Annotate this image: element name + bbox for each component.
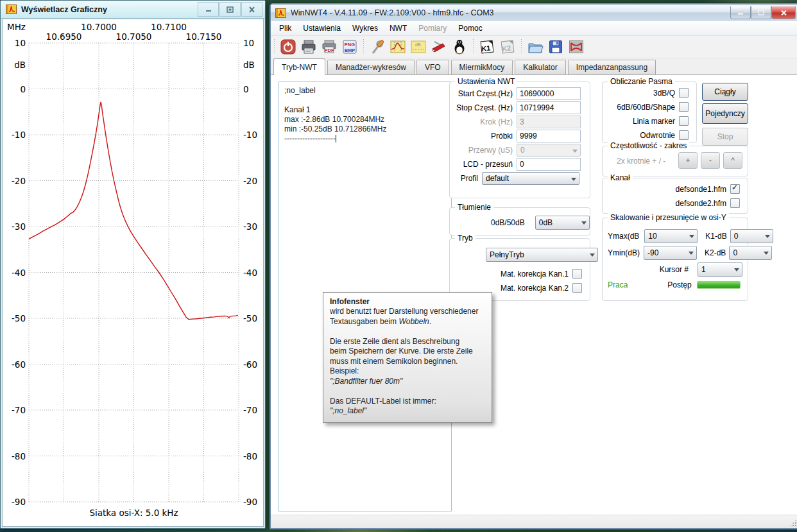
field-krok-hz-: 3 <box>517 116 581 128</box>
field-label: Przerwy (uS) <box>450 146 513 155</box>
export-image-button[interactable]: PNGBMP <box>340 37 359 56</box>
close-button[interactable] <box>241 2 262 17</box>
tools-button[interactable] <box>368 37 387 56</box>
k2-correction-button[interactable]: K2 <box>498 37 517 56</box>
tab-manad-er-wykres-w[interactable]: Manadżer-wykresów <box>327 60 415 75</box>
multitool-button[interactable] <box>429 37 449 56</box>
tooltip-line <box>330 327 485 337</box>
band-calc-checkbox-6db-60db-shape[interactable] <box>679 102 689 112</box>
ymax-select[interactable]: 10 <box>644 229 698 243</box>
svg-text:-70: -70 <box>243 405 257 415</box>
k1-correction-button[interactable]: K1 <box>477 37 497 56</box>
print-pdf-button[interactable]: PDF <box>320 37 339 56</box>
field-label: Krok (Hz) <box>450 117 513 126</box>
tab-impedanzanpassung[interactable]: Impedanzanpassung <box>568 60 656 75</box>
wobble-stop-button[interactable] <box>567 37 586 56</box>
info-text-line: max :-2.86dB 10.700284MHz <box>284 115 446 124</box>
channel-label: defsonde1.hfm <box>676 185 726 194</box>
info-text-line: min :-50.25dB 10.712866MHz <box>284 124 446 134</box>
open-folder-button[interactable] <box>526 37 545 56</box>
minimize-button[interactable] <box>730 6 751 19</box>
main-window-titlebar[interactable]: WinNWT4 - V.4.11.09 - FW:2.109:V00 - hfm… <box>271 4 797 21</box>
ymin-value: -90 <box>647 248 658 257</box>
sweep-curve-button[interactable] <box>388 37 407 56</box>
menu-ustawienia[interactable]: Ustawienia <box>297 22 347 35</box>
svg-text:-60: -60 <box>243 359 257 370</box>
maximize-button[interactable] <box>219 2 241 17</box>
svg-text:dB: dB <box>415 42 421 47</box>
group-title: Skalowanie i przesunięcie w osi-Y <box>608 213 729 222</box>
menu-plik[interactable]: Plik <box>273 22 297 35</box>
k2-select[interactable]: 0 <box>729 246 772 260</box>
svg-text:-80: -80 <box>243 451 257 461</box>
svg-text:10.7050: 10.7050 <box>116 31 152 42</box>
graph-window-titlebar[interactable]: Wyświetlacz Graficzny <box>1 1 265 19</box>
print-button[interactable] <box>299 37 318 56</box>
attenuation-select[interactable]: 0dB <box>535 216 590 230</box>
tab-miermikmocy[interactable]: MiermikMocy <box>451 60 513 75</box>
resize-grip[interactable] <box>789 519 797 527</box>
save-button[interactable] <box>546 37 565 56</box>
k2-label: K2-dB <box>705 248 726 257</box>
mode-select[interactable]: PełnyTryb <box>486 248 598 262</box>
cursor-select[interactable]: 1 <box>698 262 742 277</box>
minimize-button[interactable] <box>198 2 219 17</box>
svg-text:PNG: PNG <box>345 42 355 47</box>
field-label: Start Częst.(Hz) <box>450 89 513 98</box>
tab-bar: Tryb-NWTManadżer-wykresówVFOMiermikMocyK… <box>271 58 797 75</box>
channel-checkbox-defsonde2-hfm[interactable] <box>730 198 740 208</box>
menu-nwt[interactable]: NWT <box>384 22 413 35</box>
chevron-down-icon <box>689 252 694 255</box>
graph-plot-area[interactable]: 101000-10-10-20-20-30-30-40-40-50-50-60-… <box>2 19 264 527</box>
attenuation-label: 0dB/50dB <box>450 218 525 227</box>
field-pr-bki[interactable]: 9999 <box>517 130 581 142</box>
mode-label: Mat. korekcja Kan.1 <box>501 270 569 279</box>
penguin-button[interactable] <box>450 37 469 56</box>
mode-checkbox-mat-korekcja-kan-1[interactable] <box>572 269 582 279</box>
toolbar-separator <box>472 39 474 55</box>
tab-tryb-nwt[interactable]: Tryb-NWT <box>273 58 325 75</box>
svg-text:K1: K1 <box>481 44 491 52</box>
svg-text:10.7000: 10.7000 <box>81 22 117 32</box>
info-text-line: Kanał 1 <box>284 105 446 115</box>
svg-text:-90: -90 <box>243 497 257 507</box>
band-calc-checkbox-3db-q[interactable] <box>679 88 689 98</box>
freq-range-decrease-button[interactable]: - <box>701 152 720 169</box>
freq-range-increase-button[interactable]: + <box>678 152 698 169</box>
tooltip-title: Infofenster <box>330 297 485 306</box>
main-window-title: WinNWT4 - V.4.11.09 - FW:2.109:V00 - hfm… <box>291 8 730 17</box>
close-button[interactable] <box>771 6 796 19</box>
field-lcd-przesu-[interactable]: 0 <box>517 158 581 171</box>
mode-checkbox-mat-korekcja-kan-2[interactable] <box>572 283 582 293</box>
menu-wykres[interactable]: Wykres <box>347 22 384 35</box>
power-button[interactable] <box>279 37 298 56</box>
db-box-button[interactable]: dB <box>409 37 428 56</box>
menu-pomoc[interactable]: Pomoc <box>452 22 488 35</box>
close-icon <box>248 6 255 13</box>
field-start-cz-st-hz-[interactable]: 10690000 <box>517 87 581 100</box>
svg-text:-70: -70 <box>12 405 26 415</box>
chevron-down-icon <box>590 253 595 257</box>
tooltip-line: muss mit einem Semikolon beginnen. <box>330 357 485 367</box>
field-stop-cz-st-hz-[interactable]: 10719994 <box>517 101 581 114</box>
ci-g-y-button[interactable]: Ciągły <box>702 83 748 101</box>
band-calc-checkbox-odwrotnie[interactable] <box>679 130 689 140</box>
chevron-down-icon <box>572 150 578 153</box>
k1-select[interactable]: 0 <box>730 229 773 243</box>
group-freq-range: Częstotliwość - zakres 2x krotnie + / - … <box>602 146 748 176</box>
maximize-button[interactable] <box>751 6 771 19</box>
svg-text:Siatka osi-X: 5.0 kHz: Siatka osi-X: 5.0 kHz <box>89 508 178 518</box>
tab-vfo[interactable]: VFO <box>416 60 449 75</box>
field-label: LCD - przesuń <box>450 160 513 169</box>
field-profil[interactable]: default <box>482 172 579 185</box>
sweep-curve-icon <box>390 39 406 55</box>
tooltip-line <box>330 386 485 397</box>
band-calc-checkbox-linia-marker[interactable] <box>679 116 689 126</box>
tab-kalkulator[interactable]: Kalkulator <box>515 60 565 75</box>
ymax-value: 10 <box>648 232 656 241</box>
status-bar <box>271 515 797 528</box>
channel-checkbox-defsonde1-hfm[interactable] <box>730 184 740 194</box>
ymin-select[interactable]: -90 <box>644 246 697 260</box>
pojedynczy-button[interactable]: Pojedynczy <box>702 103 748 124</box>
freq-range-up-button[interactable]: ^ <box>723 152 742 169</box>
